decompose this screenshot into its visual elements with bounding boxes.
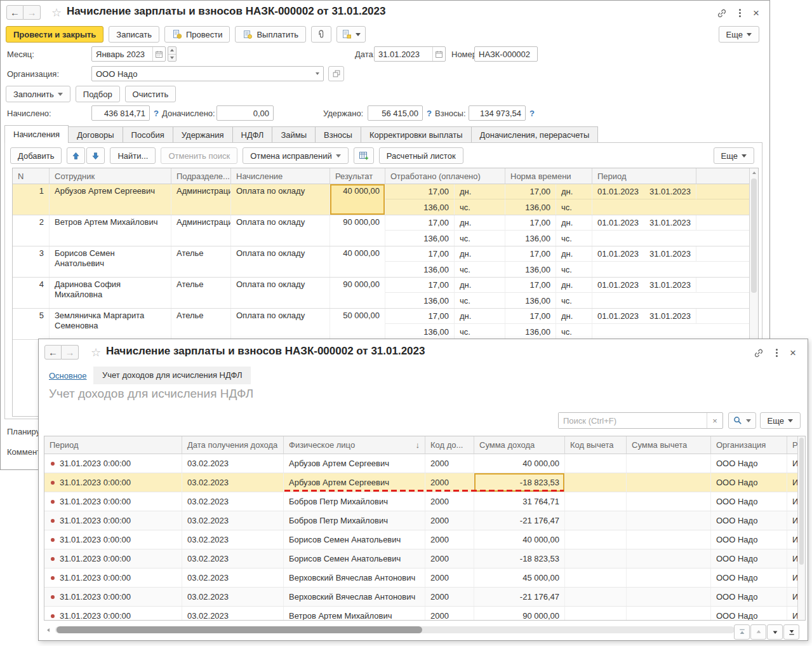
cell-result[interactable]: 40 000,00 (330, 246, 385, 277)
tab-7[interactable]: Корректировки выплаты (361, 126, 472, 143)
list-settings-button[interactable] (354, 147, 374, 164)
col-department[interactable]: Подразделе... (171, 168, 231, 184)
cell-deduction-code[interactable] (565, 607, 627, 620)
cell-period-start[interactable]: 01.01.2023 (592, 309, 644, 324)
cell-result[interactable]: 40 000,00 (330, 184, 385, 215)
cell-period-end[interactable]: 31.01.2023 (644, 184, 696, 199)
cell-registrar[interactable]: Ис (787, 530, 797, 549)
move-row-up-button[interactable] (67, 147, 85, 164)
cell-period-end[interactable]: 31.01.2023 (644, 246, 696, 262)
more-menu-icon[interactable] (739, 9, 741, 17)
cell-person[interactable]: Арбузов Артем Сергеевич (284, 454, 425, 473)
cell-norm-hours[interactable]: 136,00 (505, 324, 556, 339)
month-field[interactable]: Январь 2023 (91, 46, 166, 62)
nav-link-main[interactable]: Основное (49, 371, 87, 380)
cell-period-start[interactable]: 01.01.2023 (592, 215, 644, 231)
cell-deduction-code[interactable] (565, 492, 627, 511)
cell-norm-hours[interactable]: 136,00 (505, 262, 556, 277)
calendar-icon[interactable] (432, 47, 445, 61)
cell-worked-days[interactable]: 17,00 (385, 246, 455, 262)
tab-1[interactable]: Договоры (68, 126, 123, 143)
withheld-field[interactable]: 56 415,00 (368, 105, 423, 121)
more-button[interactable]: Еще (719, 26, 759, 43)
cell-income-sum[interactable]: -18 823,53 (474, 473, 565, 492)
cell-income-sum[interactable]: 40 000,00 (474, 530, 565, 549)
cell-n[interactable]: 1 (13, 184, 50, 215)
cell-income-date[interactable]: 03.02.2023 (182, 511, 284, 530)
cell-income-code[interactable]: 2000 (425, 588, 474, 606)
cell-period-start[interactable]: 01.01.2023 (592, 246, 644, 262)
cell-deduction-sum[interactable] (627, 607, 711, 620)
horizontal-scrollbar[interactable] (46, 625, 735, 635)
forward-button[interactable]: → (62, 345, 79, 360)
col-person[interactable]: Физическое лицо↓ (284, 436, 425, 454)
close-icon[interactable]: × (753, 8, 759, 18)
number-field[interactable]: НАЗК-000002 (474, 46, 538, 62)
cell-period-end[interactable]: 31.01.2023 (644, 278, 696, 293)
cell-worked-hours[interactable]: 136,00 (385, 293, 455, 308)
cell-person[interactable]: Борисов Семен Анатольевич (284, 530, 425, 549)
cell-norm-hours[interactable]: 136,00 (505, 199, 556, 215)
cell-result[interactable]: 90 000,00 (330, 215, 385, 246)
cell-period-start[interactable]: 01.01.2023 (592, 278, 644, 293)
clear-button[interactable]: Очистить (125, 86, 176, 102)
cell-income-sum[interactable]: -18 823,53 (474, 549, 565, 568)
go-last-record-button[interactable] (783, 624, 799, 640)
cell-income-code[interactable]: 2000 (425, 549, 474, 568)
cancel-search-button[interactable]: Отменить поиск (161, 147, 237, 164)
cell-deduction-code[interactable] (565, 511, 627, 530)
vertical-scrollbar[interactable] (797, 436, 805, 620)
cell-registrar[interactable]: Ис (787, 511, 797, 530)
calendar-icon[interactable] (152, 47, 165, 61)
cell-person[interactable]: Арбузов Артем Сергеевич (284, 473, 425, 492)
cell-norm-days[interactable]: 17,00 (505, 215, 556, 231)
cell-deduction-sum[interactable] (627, 549, 711, 568)
fees-field[interactable]: 134 973,54 (469, 105, 526, 121)
tab-accruals[interactable]: Начисления (4, 125, 69, 143)
cell-period-start[interactable]: 01.01.2023 (592, 184, 644, 199)
cell-employee[interactable]: Борисов Семен Анатольевич (50, 246, 171, 277)
cell-period[interactable]: 31.01.2023 0:00:00 (44, 511, 182, 530)
cell-income-code[interactable]: 2000 (425, 569, 474, 587)
back-button[interactable]: ← (44, 345, 62, 360)
cell-worked-days[interactable]: 17,00 (385, 309, 455, 324)
cell-norm-days[interactable]: 17,00 (505, 309, 556, 324)
grid-more-button[interactable]: Еще (714, 147, 754, 164)
cell-department[interactable]: Ателье (171, 309, 231, 339)
fill-button[interactable]: Заполнить (6, 86, 70, 102)
cell-worked-hours[interactable]: 136,00 (385, 231, 455, 246)
cell-department[interactable]: Администраци (171, 184, 231, 215)
cell-income-sum[interactable]: 31 764,71 (474, 492, 565, 511)
cell-accrual[interactable]: Оплата по окладу (231, 309, 330, 339)
cell-organization[interactable]: ООО Надо (711, 549, 787, 568)
col-result[interactable]: Результат (330, 168, 385, 184)
col-deduction-sum[interactable]: Сумма вычета (627, 436, 711, 454)
add-row-button[interactable]: Добавить (10, 147, 62, 164)
cell-worked-hours[interactable]: 136,00 (385, 262, 455, 277)
col-income-code[interactable]: Код до... (425, 436, 474, 454)
tab-3[interactable]: Удержания (173, 126, 233, 143)
cell-person[interactable]: Верховский Вячеслав Антонович (284, 569, 425, 587)
favorite-star-icon[interactable]: ☆ (91, 346, 101, 359)
cell-norm-hours[interactable]: 136,00 (505, 231, 556, 246)
col-employee[interactable]: Сотрудник (50, 168, 171, 184)
cell-income-code[interactable]: 2000 (425, 511, 474, 530)
col-accrual[interactable]: Начисление (231, 168, 330, 184)
col-period[interactable]: Период (44, 436, 182, 454)
cell-income-date[interactable]: 03.02.2023 (182, 473, 284, 492)
chevron-down-icon[interactable] (311, 67, 323, 81)
create-based-on-button[interactable] (336, 26, 366, 43)
cell-income-date[interactable]: 03.02.2023 (182, 607, 284, 620)
attachments-button[interactable] (311, 26, 331, 43)
cell-n[interactable]: 3 (13, 246, 50, 277)
favorite-star-icon[interactable]: ☆ (51, 6, 62, 19)
more-button[interactable]: Еще (760, 412, 801, 429)
cell-income-sum[interactable]: 40 000,00 (474, 454, 565, 473)
cell-department[interactable]: Администраци (171, 215, 231, 246)
col-deduction-code[interactable]: Код вычета (565, 436, 627, 454)
cell-registrar[interactable]: Ис (787, 454, 797, 473)
cell-deduction-code[interactable] (565, 569, 627, 587)
cell-n[interactable]: 5 (13, 309, 50, 339)
clear-search-icon[interactable]: × (707, 413, 722, 428)
fees-help-icon[interactable]: ? (529, 109, 535, 118)
